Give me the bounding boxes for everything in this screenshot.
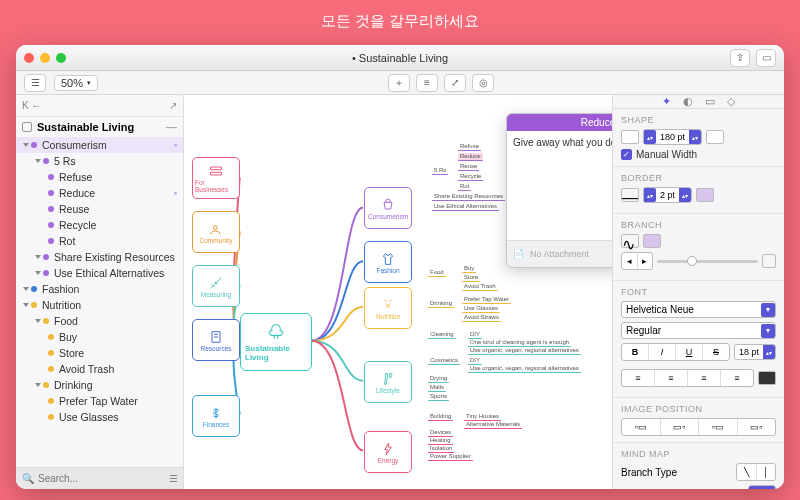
leaf-node[interactable]: Rot bbox=[458, 183, 471, 191]
leaf-node[interactable]: Store bbox=[462, 274, 480, 282]
leaf-node[interactable]: Heating bbox=[428, 437, 453, 445]
leaf-node[interactable]: Power Supplier bbox=[428, 453, 473, 461]
leaf-node[interactable]: Tiny Houses bbox=[464, 413, 501, 421]
search-bar[interactable]: 🔍 ☰ bbox=[16, 467, 183, 489]
leaf-node[interactable]: Buy bbox=[462, 265, 476, 273]
font-weight-buttons[interactable]: B I U S bbox=[621, 343, 730, 361]
outline-item[interactable]: Store bbox=[16, 345, 183, 361]
outline-item[interactable]: 5 Rs bbox=[16, 153, 183, 169]
tab-notes-icon[interactable]: ◐ bbox=[683, 95, 693, 108]
branch-node[interactable]: Community bbox=[192, 211, 240, 253]
outline-item[interactable]: Buy bbox=[16, 329, 183, 345]
branch-node[interactable]: Energy bbox=[364, 431, 412, 473]
branch-node[interactable]: Resources bbox=[192, 319, 240, 361]
tab-style-icon[interactable]: ✦ bbox=[662, 95, 671, 108]
leaf-node[interactable]: Drinking bbox=[428, 300, 454, 308]
sidebar-toggle[interactable]: ☰ bbox=[24, 74, 46, 92]
sidebar-title[interactable]: Sustainable Living — bbox=[16, 117, 183, 137]
inspector-tabs[interactable]: ✦ ◐ ▭ ◇ bbox=[613, 95, 784, 109]
leaf-node[interactable]: 5 Rs bbox=[432, 167, 448, 175]
leaf-node[interactable]: Prefer Tap Water bbox=[462, 296, 511, 304]
leaf-node[interactable]: Use Ethical Alternatives bbox=[432, 203, 499, 211]
inspector-toggle[interactable]: ▭ bbox=[756, 49, 776, 67]
leaf-node[interactable]: Cosmetics bbox=[428, 357, 460, 365]
leaf-node[interactable]: Avoid Trash bbox=[462, 283, 498, 291]
branch-slider[interactable] bbox=[657, 260, 758, 263]
traffic-lights[interactable] bbox=[24, 53, 66, 63]
outline-item[interactable]: Rot bbox=[16, 233, 183, 249]
branch-node[interactable]: Lifestyle bbox=[364, 361, 412, 403]
manual-width-checkbox[interactable]: ✓Manual Width bbox=[621, 149, 776, 160]
branch-node[interactable]: For Businesses bbox=[192, 157, 240, 199]
popup-textarea[interactable]: Give away what you don't need bbox=[507, 131, 612, 241]
outline-item[interactable]: Consumerism▪ bbox=[16, 137, 183, 153]
add-node-button[interactable]: ＋ bbox=[388, 74, 410, 92]
outline-item[interactable]: Refuse bbox=[16, 169, 183, 185]
leaf-node[interactable]: Recycle bbox=[458, 173, 483, 181]
leaf-node[interactable]: One kind of cleaning agent is enough bbox=[468, 339, 571, 347]
leaf-node[interactable]: Cleaning bbox=[428, 331, 456, 339]
leaf-node[interactable]: Use Glasses bbox=[462, 305, 500, 313]
leaf-node[interactable]: Malls bbox=[428, 384, 446, 392]
minimize-dot[interactable] bbox=[40, 53, 50, 63]
leaf-node[interactable]: Avoid Straws bbox=[462, 314, 501, 322]
leaf-node[interactable]: Sports bbox=[428, 393, 449, 401]
font-size-stepper[interactable]: 18 pt▴▾ bbox=[734, 344, 776, 360]
branch-thickness-buttons[interactable]: ◂▸ bbox=[621, 252, 653, 270]
leaf-node[interactable]: Share Existing Resources bbox=[432, 193, 505, 201]
leaf-node[interactable]: DIY bbox=[468, 331, 482, 339]
zoom-select[interactable]: 50% ▾ bbox=[54, 75, 98, 91]
branch-node[interactable]: Finances bbox=[192, 395, 240, 437]
branch-end-swatch[interactable] bbox=[762, 254, 776, 268]
leaf-node[interactable]: Reuse bbox=[458, 163, 479, 171]
outline-item[interactable]: Share Existing Resources bbox=[16, 249, 183, 265]
shape-width-stepper[interactable]: ▴▾180 pt▴▾ bbox=[643, 129, 702, 145]
zoom-dot[interactable] bbox=[56, 53, 66, 63]
note-popup[interactable]: Reduce Give away what you don't need 📄 N… bbox=[506, 113, 612, 268]
layout-order-buttons[interactable]: ⇅ bbox=[748, 485, 776, 489]
share-button[interactable]: ⇪ bbox=[730, 49, 750, 67]
outline-item[interactable]: Drinking bbox=[16, 377, 183, 393]
outline-item[interactable]: Fashion bbox=[16, 281, 183, 297]
outline-item[interactable]: Nutrition bbox=[16, 297, 183, 313]
expand-icon[interactable]: ↗ bbox=[169, 100, 177, 111]
outline-item[interactable]: Use Glasses bbox=[16, 409, 183, 425]
outline-item[interactable]: Reuse bbox=[16, 201, 183, 217]
branch-node[interactable]: Measuring bbox=[192, 265, 240, 307]
collapse-left-icon[interactable]: K ← bbox=[22, 100, 41, 111]
expand-button[interactable]: ⤢ bbox=[444, 74, 466, 92]
branch-style-swatch[interactable]: ∿ bbox=[621, 234, 639, 248]
leaf-node[interactable]: Use organic, vegan, regional alternative… bbox=[468, 365, 581, 373]
manual-layout-checkbox[interactable]: Manual Layout ⇅ bbox=[621, 485, 776, 489]
leaf-node[interactable]: Use organic, vegan, regional alternative… bbox=[468, 347, 581, 355]
tab-tag-icon[interactable]: ◇ bbox=[727, 95, 735, 108]
outline-button[interactable]: ≡ bbox=[416, 74, 438, 92]
search-input[interactable] bbox=[38, 473, 165, 484]
branch-type-buttons[interactable]: ╲│ bbox=[736, 463, 776, 481]
branch-node[interactable]: Fashion bbox=[364, 241, 412, 283]
image-position-buttons[interactable]: ▫▭▭▫▫▭▭▫ bbox=[621, 418, 776, 436]
leaf-node[interactable]: Refuse bbox=[458, 143, 481, 151]
outline-item[interactable]: Avoid Trash bbox=[16, 361, 183, 377]
filter-icon[interactable]: ☰ bbox=[169, 473, 178, 484]
font-family-select[interactable]: Helvetica Neue▾ bbox=[621, 301, 776, 318]
leaf-node[interactable]: Alternative Materials bbox=[464, 421, 522, 429]
leaf-node[interactable]: Drying bbox=[428, 375, 449, 383]
outline-item[interactable]: Reduce▪ bbox=[16, 185, 183, 201]
outline-item[interactable]: Recycle bbox=[16, 217, 183, 233]
outline-item[interactable]: Use Ethical Alternatives bbox=[16, 265, 183, 281]
shape-fill-swatch[interactable] bbox=[706, 130, 724, 144]
font-style-select[interactable]: Regular▾ bbox=[621, 322, 776, 339]
leaf-node[interactable]: DIY bbox=[468, 357, 482, 365]
border-style-swatch[interactable]: — bbox=[621, 188, 639, 202]
shape-style-swatch[interactable] bbox=[621, 130, 639, 144]
tab-attach-icon[interactable]: ▭ bbox=[705, 95, 715, 108]
outline-tree[interactable]: Consumerism▪5 RsRefuseReduce▪ReuseRecycl… bbox=[16, 137, 183, 467]
leaf-node[interactable]: Isolation bbox=[428, 445, 454, 453]
leaf-node[interactable]: Reduce bbox=[458, 153, 483, 161]
leaf-node[interactable]: Devices bbox=[428, 429, 453, 437]
focus-button[interactable]: ◎ bbox=[472, 74, 494, 92]
branch-node[interactable]: Nutrition bbox=[364, 287, 412, 329]
outline-item[interactable]: Prefer Tap Water bbox=[16, 393, 183, 409]
border-color-swatch[interactable] bbox=[696, 188, 714, 202]
